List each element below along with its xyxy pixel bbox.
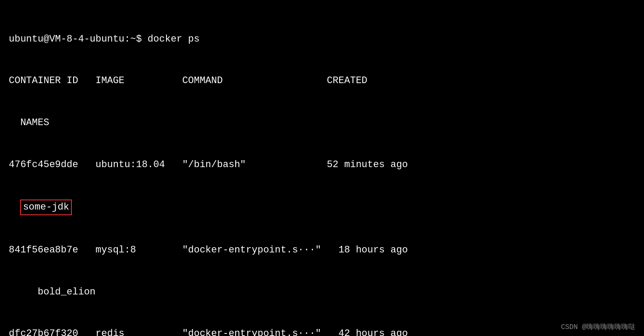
highlight-some-jdk: some-jdk [20, 200, 72, 215]
terminal-output: ubuntu@VM-8-4-ubuntu:~$ docker ps CONTAI… [9, 4, 635, 336]
line-header1: CONTAINER ID IMAGE COMMAND CREATED [9, 74, 635, 88]
line-row3a: dfc27b67f320 redis "docker-entrypoint.s·… [9, 327, 635, 336]
line-row2b: bold_elion [9, 285, 635, 299]
line-row2a: 841f56ea8b7e mysql:8 "docker-entrypoint.… [9, 243, 635, 257]
line-docker-ps: ubuntu@VM-8-4-ubuntu:~$ docker ps [9, 32, 635, 46]
watermark: CSDN @嗨嗨嗨嗨嗨嗨哒 [561, 322, 635, 332]
line-row1b: some-jdk [9, 200, 635, 215]
line-header2: NAMES [9, 116, 635, 130]
line-row1a: 476fc45e9dde ubuntu:18.04 "/bin/bash" 52… [9, 158, 635, 172]
